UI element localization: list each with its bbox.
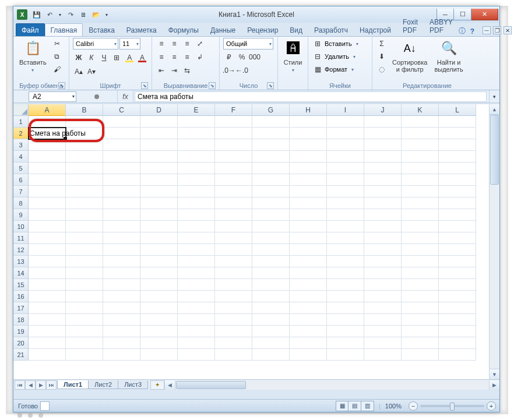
- cell-A19[interactable]: [29, 326, 66, 337]
- cell-E13[interactable]: [178, 256, 215, 267]
- cell-H20[interactable]: [290, 337, 327, 349]
- cell-B18[interactable]: [66, 314, 103, 326]
- cell-I2[interactable]: [327, 128, 364, 139]
- cell-G4[interactable]: [252, 151, 290, 163]
- cell-H6[interactable]: [290, 174, 327, 186]
- tab-abbyy[interactable]: ABBYY PDF: [424, 15, 459, 36]
- cell-E18[interactable]: [178, 314, 215, 326]
- cell-I16[interactable]: [327, 291, 364, 302]
- zoom-out-button[interactable]: −: [409, 401, 418, 411]
- tab-developer[interactable]: Разработч: [308, 23, 354, 36]
- cell-J2[interactable]: [364, 128, 402, 139]
- cell-C1[interactable]: [103, 116, 140, 128]
- cell-L2[interactable]: [439, 128, 476, 139]
- workbook-close-button[interactable]: ✕: [504, 26, 512, 34]
- cell-C5[interactable]: [103, 163, 140, 174]
- cell-L13[interactable]: [439, 256, 476, 267]
- cell-J14[interactable]: [364, 267, 402, 279]
- clear-icon[interactable]: ◌: [376, 63, 388, 75]
- cell-F19[interactable]: [215, 326, 252, 337]
- qat-print-icon[interactable]: 🗎: [79, 10, 88, 19]
- cell-F4[interactable]: [215, 151, 252, 163]
- vertical-scrollbar[interactable]: ▲ ▼: [489, 104, 499, 379]
- cell-E5[interactable]: [178, 163, 215, 174]
- cell-K9[interactable]: [402, 209, 439, 221]
- qat-customize-dropdown[interactable]: ▾: [104, 10, 109, 19]
- cell-C9[interactable]: [103, 209, 140, 221]
- qat-open-icon[interactable]: 📂: [91, 10, 101, 19]
- cell-L6[interactable]: [439, 174, 476, 186]
- cell-H7[interactable]: [290, 186, 327, 197]
- cell-D3[interactable]: [140, 139, 178, 151]
- row-header-20[interactable]: 20: [13, 337, 29, 349]
- column-header-D[interactable]: D: [140, 104, 178, 116]
- cell-I12[interactable]: [327, 244, 364, 256]
- cell-A15[interactable]: [29, 279, 66, 291]
- view-normal-button[interactable]: ▦: [336, 401, 348, 411]
- cell-E8[interactable]: [178, 197, 215, 209]
- cell-B3[interactable]: [66, 139, 103, 151]
- cell-L14[interactable]: [439, 267, 476, 279]
- cell-J18[interactable]: [364, 314, 402, 326]
- shrink-font-icon[interactable]: A▾: [86, 66, 97, 77]
- cell-G15[interactable]: [252, 279, 290, 291]
- cell-B11[interactable]: [66, 232, 103, 244]
- cell-F2[interactable]: [215, 128, 252, 139]
- cell-K17[interactable]: [402, 302, 439, 314]
- cell-B12[interactable]: [66, 244, 103, 256]
- cell-I4[interactable]: [327, 151, 364, 163]
- row-header-15[interactable]: 15: [13, 279, 29, 291]
- cell-G9[interactable]: [252, 209, 290, 221]
- cell-C21[interactable]: [103, 349, 140, 361]
- cell-I5[interactable]: [327, 163, 364, 174]
- cell-L16[interactable]: [439, 291, 476, 302]
- cell-H1[interactable]: [290, 116, 327, 128]
- column-header-J[interactable]: J: [364, 104, 402, 116]
- cell-C13[interactable]: [103, 256, 140, 267]
- help-icon[interactable]: ?: [470, 26, 474, 36]
- cell-K16[interactable]: [402, 291, 439, 302]
- align-center-icon[interactable]: ≡: [168, 51, 180, 63]
- align-left-icon[interactable]: ≡: [156, 51, 167, 63]
- cell-K6[interactable]: [402, 174, 439, 186]
- zoom-slider[interactable]: [420, 405, 484, 407]
- cell-D13[interactable]: [140, 256, 178, 267]
- cell-G12[interactable]: [252, 244, 290, 256]
- tab-foxit[interactable]: Foxit PDF: [397, 15, 424, 36]
- formula-input[interactable]: Смета на работы: [135, 91, 487, 102]
- cell-B10[interactable]: [66, 221, 103, 232]
- fill-handle[interactable]: [64, 137, 67, 140]
- cell-J10[interactable]: [364, 221, 402, 232]
- copy-icon[interactable]: ⧉: [51, 51, 63, 62]
- cell-E12[interactable]: [178, 244, 215, 256]
- column-header-E[interactable]: E: [178, 104, 215, 116]
- tab-formulas[interactable]: Формулы: [163, 23, 205, 36]
- cell-I19[interactable]: [327, 326, 364, 337]
- cell-F12[interactable]: [215, 244, 252, 256]
- cell-B1[interactable]: [66, 116, 103, 128]
- cell-G8[interactable]: [252, 197, 290, 209]
- cell-E11[interactable]: [178, 232, 215, 244]
- scroll-up-button[interactable]: ▲: [490, 104, 499, 115]
- cell-F17[interactable]: [215, 302, 252, 314]
- cell-A21[interactable]: [29, 349, 66, 361]
- cell-H12[interactable]: [290, 244, 327, 256]
- cell-C19[interactable]: [103, 326, 140, 337]
- cell-H17[interactable]: [290, 302, 327, 314]
- cell-F1[interactable]: [215, 116, 252, 128]
- cell-I9[interactable]: [327, 209, 364, 221]
- cell-F16[interactable]: [215, 291, 252, 302]
- cell-A16[interactable]: [29, 291, 66, 302]
- cell-C11[interactable]: [103, 232, 140, 244]
- cell-D10[interactable]: [140, 221, 178, 232]
- cell-A2[interactable]: Смета на работы: [29, 128, 66, 139]
- cell-J21[interactable]: [364, 349, 402, 361]
- row-header-21[interactable]: 21: [13, 349, 29, 361]
- cell-A8[interactable]: [29, 197, 66, 209]
- cell-J12[interactable]: [364, 244, 402, 256]
- scroll-down-button[interactable]: ▼: [490, 369, 499, 379]
- cell-H19[interactable]: [290, 326, 327, 337]
- tab-layout[interactable]: Разметка: [121, 23, 163, 36]
- wrap-text-icon[interactable]: ↲: [194, 51, 206, 63]
- cell-H10[interactable]: [290, 221, 327, 232]
